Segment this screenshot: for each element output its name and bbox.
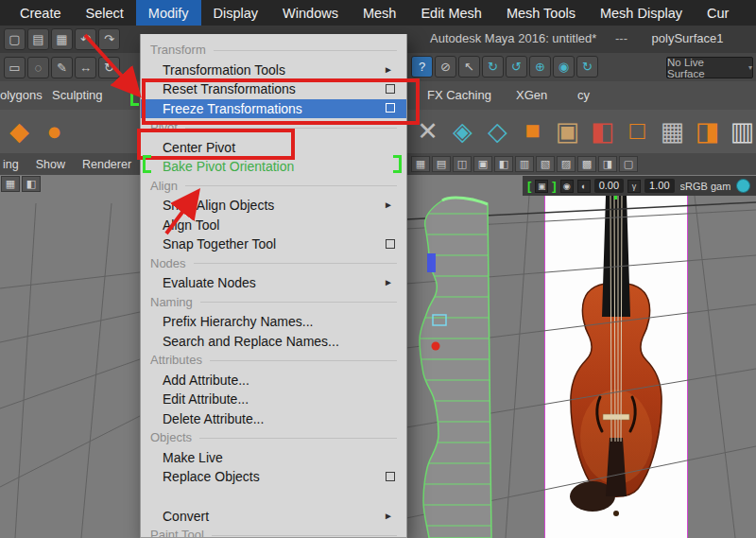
modify-menu-item[interactable]: Bake Pivot Orientation ► (141, 157, 406, 177)
combine-icon[interactable]: □ (620, 112, 655, 150)
shelf-tab-xgen[interactable]: XGen (516, 88, 547, 102)
menu-item-label: Align (150, 177, 178, 197)
modify-menu-item[interactable]: Delete Attribute... ► (141, 409, 406, 429)
isolate-select-icon[interactable]: ▦ (1, 176, 20, 192)
snap-plane-icon[interactable]: ◉ (553, 56, 575, 78)
modify-menu-item[interactable]: Evaluate Nodes ► (141, 273, 406, 293)
modify-menu-item[interactable]: Convert ► (141, 507, 406, 527)
highlight-selection-icon[interactable]: ↖ (458, 56, 480, 78)
gate-mask-icon[interactable]: ▨ (557, 156, 576, 172)
menubar-item[interactable]: Mesh Display (588, 0, 695, 26)
undo-icon[interactable]: ↶ (75, 28, 96, 50)
bridge-icon[interactable]: ◇ (480, 112, 515, 150)
icon-glyph: ▨ (561, 158, 571, 170)
new-scene-icon[interactable]: ▢ (4, 28, 26, 50)
paint-select-tool-icon[interactable]: ✎ (51, 57, 73, 78)
gamma-icon[interactable]: γ (627, 180, 641, 193)
menubar-item[interactable]: Windows (270, 0, 351, 26)
grease-pencil-icon[interactable]: ◧ (494, 156, 513, 172)
panel-menu-item[interactable]: Renderer (82, 158, 131, 171)
extrude-icon[interactable]: ■ (515, 112, 550, 150)
bevel-icon[interactable]: ◈ (445, 112, 480, 150)
select-tool-icon[interactable]: ▭ (4, 57, 26, 78)
modify-menu-item: Objects ► (141, 428, 406, 448)
poly-primitive-icon[interactable]: ◆ (2, 113, 37, 151)
wireframe-mesh[interactable] (401, 189, 510, 538)
shelf-tab-sculpting[interactable]: Sculpting (52, 88, 102, 102)
2d-pan-zoom-icon[interactable]: ▣ (473, 156, 492, 172)
modify-menu-item[interactable]: Prefix Hierarchy Names... ► (141, 312, 406, 332)
menubar-item[interactable]: Mesh Tools (494, 0, 588, 26)
modify-menu-item[interactable]: Search and Replace Names... ► (141, 332, 406, 352)
menubar-item[interactable]: Select (74, 0, 136, 26)
image-plane-icon[interactable]: ◫ (453, 156, 472, 172)
modify-menu-item[interactable]: Add Attribute... ► (141, 371, 406, 390)
menubar-item[interactable]: Modify (136, 0, 201, 26)
xray-icon[interactable]: ◧ (22, 176, 41, 192)
safe-title-icon[interactable]: ▢ (619, 156, 638, 172)
poly-sphere-icon[interactable]: ● (37, 113, 72, 151)
redo-icon[interactable]: ↷ (98, 28, 120, 50)
save-scene-icon[interactable]: ▦ (51, 28, 73, 50)
mirror-icon[interactable]: ▥ (725, 112, 756, 150)
option-box-icon[interactable] (386, 84, 395, 94)
colorspace-label[interactable]: sRGB gam (680, 181, 731, 192)
shelf-tab-cy[interactable]: cy (577, 88, 590, 102)
separate-icon[interactable]: ▦ (655, 112, 690, 150)
select-camera-icon[interactable]: ▦ (411, 156, 430, 172)
shelf-icons-right: ✕ ◈ ◇ ■ ▣ ◧ (410, 112, 756, 150)
gamma-value[interactable]: 1.00 (644, 179, 674, 193)
help-icon[interactable]: ? (411, 56, 433, 78)
menubar-item[interactable]: Cur (695, 0, 741, 26)
menubar-item[interactable]: Create (8, 0, 74, 26)
option-box-icon[interactable] (386, 472, 395, 481)
lasso-tool-icon[interactable]: ◌ (27, 57, 49, 78)
shelf-tab-fx-caching[interactable]: FX Caching (427, 88, 491, 102)
modify-menu-item[interactable]: Reset Transformations ► (141, 79, 406, 99)
lock-selection-icon[interactable]: ⊘ (435, 56, 456, 78)
modify-menu-item[interactable]: Align Tool ► (141, 216, 406, 235)
menubar-item[interactable]: Edit Mesh (408, 0, 493, 26)
color-management-icon[interactable] (736, 179, 750, 193)
lock-camera-icon[interactable]: ▤ (432, 156, 451, 172)
boolean-union-icon[interactable]: ▣ (550, 112, 585, 150)
modify-menu-item[interactable]: Center Pivot ► (141, 138, 406, 158)
smooth-icon[interactable]: ◨ (690, 112, 725, 150)
snap-grid-icon[interactable]: ↻ (482, 56, 504, 78)
snap-point-icon[interactable]: ⊕ (529, 56, 551, 78)
modify-menu-item[interactable]: Freeze Transformations ► (141, 99, 406, 119)
safe-action-icon[interactable]: ◨ (598, 156, 617, 172)
exposure-icon[interactable]: ◐ (577, 180, 591, 193)
rotate-tool-icon[interactable]: ↻ (98, 57, 120, 78)
move-tool-icon[interactable]: ↔ (75, 57, 96, 78)
multi-cut-icon[interactable]: ✕ (410, 112, 445, 150)
modify-menu-item[interactable]: Replace Objects ► (141, 467, 406, 487)
exposure-value[interactable]: 0.00 (594, 179, 624, 193)
construction-history-icon[interactable]: ↻ (576, 56, 598, 78)
modify-menu-item[interactable]: Make Live ► (141, 448, 406, 468)
panel-menu-item[interactable]: ing (3, 158, 19, 171)
option-box-icon[interactable] (386, 103, 395, 113)
menubar-item[interactable]: Mesh (351, 0, 408, 26)
open-scene-icon[interactable]: ▤ (27, 28, 49, 50)
live-surface-dropdown[interactable]: No Live Surface ▾ (666, 57, 753, 78)
modify-menu-item[interactable]: Edit Attribute... ► (141, 390, 406, 409)
shadows-toggle-icon[interactable]: ◉ (560, 180, 574, 193)
field-chart-icon[interactable]: ▩ (577, 156, 596, 172)
film-gate-icon[interactable]: ▥ (515, 156, 534, 172)
shelf-tab-polygons[interactable]: olygons (0, 88, 43, 102)
menubar-item[interactable]: Display (201, 0, 271, 26)
violin-image-plane[interactable] (545, 196, 687, 538)
resolution-gate-icon[interactable]: ▧ (536, 156, 555, 172)
modify-menu-item[interactable]: Snap Together Tool ► (141, 234, 406, 254)
menu-item-label: Attributes (150, 351, 202, 371)
icon-glyph: ◧ (591, 116, 615, 147)
panel-menu-item[interactable]: Show (36, 158, 65, 171)
modify-menu-item[interactable]: Transformation Tools ► (141, 61, 406, 80)
lighting-toggle-icon[interactable]: ▣ (535, 180, 548, 193)
modify-menu-item[interactable]: Snap Align Objects ► (141, 196, 406, 216)
snap-curve-icon[interactable]: ↺ (506, 56, 527, 78)
boolean-difference-icon[interactable]: ◧ (585, 112, 620, 150)
option-box-icon[interactable] (386, 239, 395, 249)
menubar-item-label: Cur (707, 6, 729, 21)
